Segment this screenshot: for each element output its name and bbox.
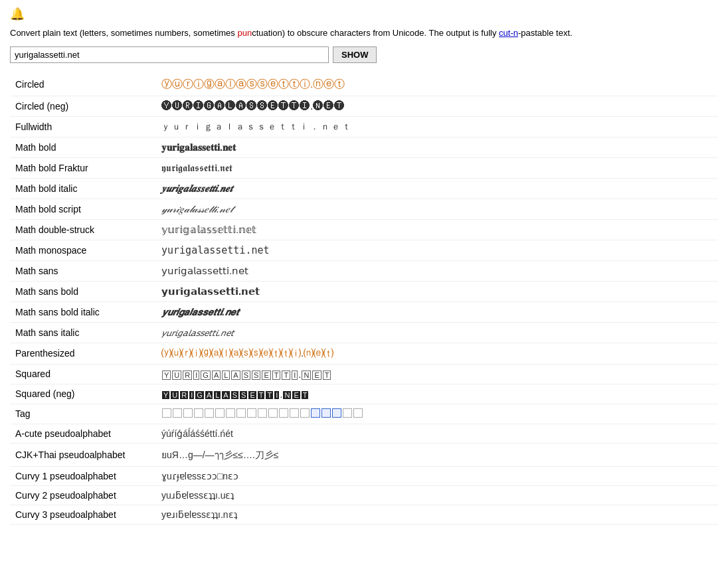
conversion-output[interactable]: yuɹƃɐlɐssɛʇʇı.uɛʇ bbox=[156, 485, 718, 505]
conversion-output[interactable]: ยuЯ…g—/—ๅๅ彡≤≤….刀彡≤ bbox=[156, 443, 718, 466]
conversion-label: Squared (neg) bbox=[10, 384, 156, 404]
table-row: Math sans italic𝘺𝘶𝘳𝘪𝘨𝘢𝘭𝘢𝘴𝘴𝘦𝘵𝘵𝘪.𝘯𝘦𝘵 bbox=[10, 322, 718, 343]
table-row: Parenthesized⒴⒰⒭⒤⒢⒜⒧⒜⒮⒮⒠⒯⒯⒤.⒩⒠⒯ bbox=[10, 343, 718, 364]
table-row: CJK+Thai pseudoalphabetยuЯ…g—/—ๅๅ彡≤≤….刀彡… bbox=[10, 443, 718, 466]
conversion-label: Tag bbox=[10, 404, 156, 424]
highlight-pun: pun bbox=[237, 28, 252, 38]
conversion-output[interactable]: 𝙮𝙪𝙧𝙞𝙜𝙖𝙡𝙖𝙨𝙨𝙚𝙩𝙩𝙞.𝙣𝙚𝙩 bbox=[156, 301, 718, 322]
conversion-output[interactable]: 𝚢𝚞𝚛𝚒𝚐𝚊𝚕𝚊𝚜𝚜𝚎𝚝𝚝𝚒.𝚗𝚎𝚝 bbox=[156, 240, 718, 260]
conversion-output[interactable]: 𝗒𝗎𝗋𝗂𝗀𝖺𝗅𝖺𝗌𝗌𝖾𝗍𝗍𝗂.𝗇𝖾𝗍 bbox=[156, 260, 718, 281]
conversion-label: Math double-struck bbox=[10, 219, 156, 240]
table-row: Math bold script𝓎𝓊𝓇𝒾𝑔𝒶𝓁𝒶𝓈𝓈𝑒𝓉𝓉𝒾.𝓃𝑒𝓉 bbox=[10, 199, 718, 219]
conversion-output[interactable]: ⒴⒰⒭⒤⒢⒜⒧⒜⒮⒮⒠⒯⒯⒤.⒩⒠⒯ bbox=[156, 343, 718, 364]
conversion-output[interactable]: ýúŕíǵáĺáśśéttí.ńét bbox=[156, 424, 718, 443]
conversion-label: Math sans bold italic bbox=[10, 301, 156, 322]
table-row: Tag bbox=[10, 404, 718, 424]
table-row: Math sans bold𝘆𝘂𝗿𝗶𝗴𝗮𝗹𝗮𝘀𝘀𝗲𝘁𝘁𝗶.𝗻𝗲𝘁 bbox=[10, 281, 718, 301]
conversion-output[interactable]: ⓨⓤⓡⓘⓖⓐⓛⓐⓢⓢⓔⓣⓣⓘ.ⓝⓔⓣ bbox=[156, 74, 718, 96]
conversion-label: Math sans italic bbox=[10, 322, 156, 343]
conversion-label: Math sans bbox=[10, 260, 156, 281]
conversion-label: Math bold Fraktur bbox=[10, 157, 156, 178]
input-row: SHOW bbox=[10, 46, 718, 63]
conversion-output[interactable]: 𝘺𝘶𝘳𝘪𝘨𝘢𝘭𝘢𝘴𝘴𝘦𝘵𝘵𝘪.𝘯𝘦𝘵 bbox=[156, 322, 718, 343]
page-description: Convert plain text (letters, sometimes n… bbox=[10, 27, 718, 40]
conversion-label: Parenthesized bbox=[10, 343, 156, 364]
conversion-label: CJK+Thai pseudoalphabet bbox=[10, 443, 156, 466]
conversions-table: Circledⓨⓤⓡⓘⓖⓐⓛⓐⓢⓢⓔⓣⓣⓘ.ⓝⓔⓣCircled (neg)🅨🅤… bbox=[10, 74, 718, 525]
table-row: SquaredYURIGALASSETTI.NET bbox=[10, 364, 718, 384]
show-button[interactable]: SHOW bbox=[333, 46, 377, 63]
conversion-label: Squared bbox=[10, 364, 156, 384]
text-input[interactable] bbox=[10, 46, 329, 63]
conversion-label: Math monospace bbox=[10, 240, 156, 260]
table-row: Math monospace𝚢𝚞𝚛𝚒𝚐𝚊𝚕𝚊𝚜𝚜𝚎𝚝𝚝𝚒.𝚗𝚎𝚝 bbox=[10, 240, 718, 260]
conversion-output[interactable]: 𝘆𝘂𝗿𝗶𝗴𝗮𝗹𝗮𝘀𝘀𝗲𝘁𝘁𝗶.𝗻𝗲𝘁 bbox=[156, 281, 718, 301]
table-row: Curvy 2 pseudoalphabetyuɹƃɐlɐssɛʇʇı.uɛʇ bbox=[10, 485, 718, 505]
table-row: Math bold italic𝒚𝒖𝒓𝒊𝒈𝒂𝒍𝒂𝒔𝒔𝒆𝒕𝒕𝒊.𝒏𝒆𝒕 bbox=[10, 178, 718, 199]
conversion-output[interactable]: ɣuɾɟɐlɐssɛɔɔ□nɛɔ bbox=[156, 466, 718, 485]
table-row: Curvy 3 pseudoalphabetyɐɹıƃɐlɐssɛʇʇı.nɛʇ bbox=[10, 505, 718, 524]
cut-n-link[interactable]: cut-n bbox=[499, 28, 518, 38]
conversion-label: Math bold italic bbox=[10, 178, 156, 199]
conversion-label: A-cute pseudoalphabet bbox=[10, 424, 156, 443]
conversion-label: Curvy 2 pseudoalphabet bbox=[10, 485, 156, 505]
conversion-label: Circled (neg) bbox=[10, 96, 156, 116]
conversion-label: Math bold bbox=[10, 137, 156, 157]
conversion-label: Fullwidth bbox=[10, 116, 156, 137]
conversion-output[interactable] bbox=[156, 404, 718, 424]
fire-icon: 🔔 bbox=[10, 7, 25, 21]
table-row: A-cute pseudoalphabetýúŕíǵáĺáśśéttí.ńét bbox=[10, 424, 718, 443]
table-row: Math sans𝗒𝗎𝗋𝗂𝗀𝖺𝗅𝖺𝗌𝗌𝖾𝗍𝗍𝗂.𝗇𝖾𝗍 bbox=[10, 260, 718, 281]
table-row: Circled (neg)🅨🅤🅡🅘🅖🅐🅛🅐🅢🅢🅔🅣🅣🅘.🅝🅔🅣 bbox=[10, 96, 718, 116]
conversion-output[interactable]: YURIGALASSETTI.NET bbox=[156, 364, 718, 384]
conversion-output[interactable]: 🅨🅤🅡🅘🅖🅐🅛🅐🅢🅢🅔🅣🅣🅘.🅝🅔🅣 bbox=[156, 96, 718, 116]
table-row: Math sans bold italic𝙮𝙪𝙧𝙞𝙜𝙖𝙡𝙖𝙨𝙨𝙚𝙩𝙩𝙞.𝙣𝙚𝙩 bbox=[10, 301, 718, 322]
conversion-label: Curvy 1 pseudoalphabet bbox=[10, 466, 156, 485]
conversion-output[interactable]: YURIGALASSETTI.NET bbox=[156, 384, 718, 404]
conversion-output[interactable]: ｙｕｒｉｇａｌａｓｓｅｔｔｉ．ｎｅｔ bbox=[156, 116, 718, 137]
table-row: Fullwidthｙｕｒｉｇａｌａｓｓｅｔｔｉ．ｎｅｔ bbox=[10, 116, 718, 137]
table-row: Squared (neg)YURIGALASSETTI.NET bbox=[10, 384, 718, 404]
conversion-output[interactable]: 𝒚𝒖𝒓𝒊𝒈𝒂𝒍𝒂𝒔𝒔𝒆𝒕𝒕𝒊.𝒏𝒆𝒕 bbox=[156, 178, 718, 199]
conversion-output[interactable]: yɐɹıƃɐlɐssɛʇʇı.nɛʇ bbox=[156, 505, 718, 524]
conversion-output[interactable]: 𝕪𝕦𝕣𝕚𝕘𝕒𝕝𝕒𝕤𝕤𝕖𝕥𝕥𝕚.𝕟𝕖𝕥 bbox=[156, 219, 718, 240]
table-row: Math bold𝐲𝐮𝐫𝐢𝐠𝐚𝐥𝐚𝐬𝐬𝐞𝐭𝐭𝐢.𝐧𝐞𝐭 bbox=[10, 137, 718, 157]
table-row: Math bold Fraktur𝖞𝖚𝖗𝖎𝖌𝖆𝖑𝖆𝖘𝖘𝖊𝖙𝖙𝖎.𝖓𝖊𝖙 bbox=[10, 157, 718, 178]
conversion-label: Curvy 3 pseudoalphabet bbox=[10, 505, 156, 524]
conversion-output[interactable]: 𝓎𝓊𝓇𝒾𝑔𝒶𝓁𝒶𝓈𝓈𝑒𝓉𝓉𝒾.𝓃𝑒𝓉 bbox=[156, 199, 718, 219]
conversion-label: Math sans bold bbox=[10, 281, 156, 301]
conversion-label: Math bold script bbox=[10, 199, 156, 219]
table-row: Curvy 1 pseudoalphabetɣuɾɟɐlɐssɛɔɔ□nɛɔ bbox=[10, 466, 718, 485]
conversion-output[interactable]: 𝐲𝐮𝐫𝐢𝐠𝐚𝐥𝐚𝐬𝐬𝐞𝐭𝐭𝐢.𝐧𝐞𝐭 bbox=[156, 137, 718, 157]
conversion-label: Circled bbox=[10, 74, 156, 96]
table-row: Math double-struck𝕪𝕦𝕣𝕚𝕘𝕒𝕝𝕒𝕤𝕤𝕖𝕥𝕥𝕚.𝕟𝕖𝕥 bbox=[10, 219, 718, 240]
table-row: Circledⓨⓤⓡⓘⓖⓐⓛⓐⓢⓢⓔⓣⓣⓘ.ⓝⓔⓣ bbox=[10, 74, 718, 96]
conversion-output[interactable]: 𝖞𝖚𝖗𝖎𝖌𝖆𝖑𝖆𝖘𝖘𝖊𝖙𝖙𝖎.𝖓𝖊𝖙 bbox=[156, 157, 718, 178]
page-header: 🔔 bbox=[10, 7, 718, 21]
